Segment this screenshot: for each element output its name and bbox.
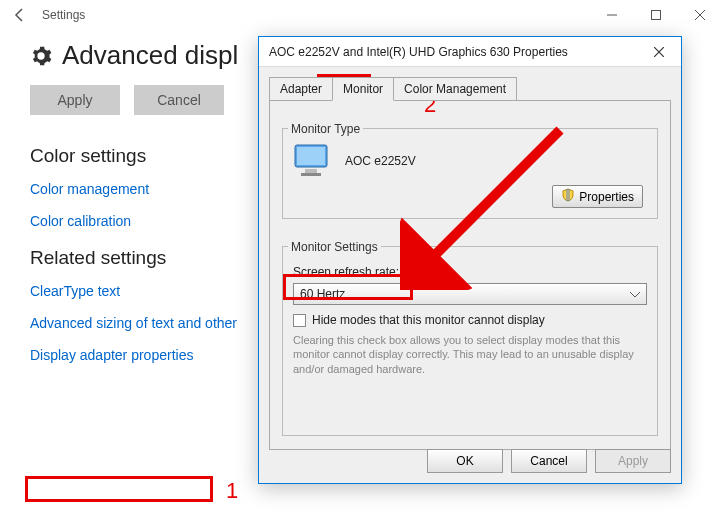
properties-button-label: Properties [579,190,634,204]
svg-rect-4 [305,169,317,173]
apply-button[interactable]: Apply [30,85,120,115]
cancel-button[interactable]: Cancel [134,85,224,115]
close-button[interactable] [678,0,722,30]
refresh-rate-dropdown[interactable]: 60 Hertz [293,283,647,305]
svg-rect-1 [652,11,661,20]
monitor-settings-label: Monitor Settings [288,240,381,254]
dialog-title: AOC e2252V and Intel(R) UHD Graphics 630… [269,45,637,59]
svg-rect-3 [297,147,325,165]
link-display-adapter-properties[interactable]: Display adapter properties [30,347,193,363]
dialog-button-row: OK Cancel Apply [427,449,671,473]
monitor-icon [293,143,333,179]
properties-dialog: AOC e2252V and Intel(R) UHD Graphics 630… [258,36,682,484]
tab-panel-monitor: Monitor Type AOC e2252V Properties Monit… [269,100,671,450]
dialog-titlebar: AOC e2252V and Intel(R) UHD Graphics 630… [259,37,681,67]
shield-icon [561,188,575,205]
ok-button[interactable]: OK [427,449,503,473]
dialog-cancel-button[interactable]: Cancel [511,449,587,473]
tab-monitor[interactable]: Monitor [332,77,394,101]
page-title: Advanced displ [62,40,238,71]
dialog-tabs: Adapter Monitor Color Management [269,77,671,101]
gear-icon [30,45,52,67]
dialog-apply-button[interactable]: Apply [595,449,671,473]
hide-modes-label: Hide modes that this monitor cannot disp… [312,313,545,327]
tab-color-management[interactable]: Color Management [393,77,517,101]
minimize-button[interactable] [590,0,634,30]
monitor-settings-group: Screen refresh rate: 60 Hertz Hide modes… [282,246,658,436]
svg-rect-5 [301,173,321,176]
settings-titlebar: Settings [0,0,722,30]
monitor-type-label: Monitor Type [288,122,363,136]
hide-modes-hint: Clearing this check box allows you to se… [293,333,647,376]
window-controls [590,0,722,30]
tab-adapter[interactable]: Adapter [269,77,333,101]
chevron-down-icon [630,287,640,301]
refresh-rate-label: Screen refresh rate: [293,265,647,279]
settings-window-title: Settings [40,8,590,22]
hide-modes-checkbox[interactable] [293,314,306,327]
properties-button[interactable]: Properties [552,185,643,208]
dialog-close-button[interactable] [637,37,681,67]
monitor-name: AOC e2252V [345,154,416,168]
refresh-rate-value: 60 Hertz [300,287,345,301]
hide-modes-row: Hide modes that this monitor cannot disp… [293,313,647,327]
monitor-info-row: AOC e2252V [293,143,647,179]
back-button[interactable] [0,0,40,30]
monitor-type-group: AOC e2252V Properties [282,128,658,219]
maximize-button[interactable] [634,0,678,30]
